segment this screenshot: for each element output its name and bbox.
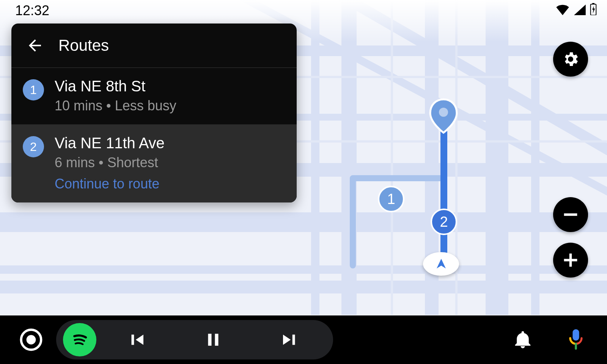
- minus-icon: [561, 205, 580, 224]
- notifications-button[interactable]: [508, 325, 538, 355]
- skip-previous-icon: [126, 329, 147, 350]
- cell-signal-icon: [573, 3, 586, 19]
- svg-rect-5: [569, 254, 572, 267]
- map-route-marker-1[interactable]: 1: [378, 186, 404, 212]
- svg-rect-2: [592, 3, 594, 5]
- media-pause-button[interactable]: [177, 320, 250, 359]
- battery-charging-icon: [590, 3, 597, 19]
- music-app-button[interactable]: [63, 323, 96, 356]
- svg-point-0: [439, 108, 448, 117]
- system-bottom-bar: [0, 315, 607, 364]
- map-route-marker-label: 2: [440, 214, 448, 230]
- current-location-marker: [423, 252, 459, 276]
- launcher-button[interactable]: [16, 325, 46, 355]
- voice-assistant-button[interactable]: [561, 325, 591, 355]
- route-item[interactable]: 2 Via NE 11th Ave 6 mins • Shortest Cont…: [11, 124, 297, 202]
- media-previous-button[interactable]: [100, 320, 173, 359]
- zoom-out-button[interactable]: [553, 197, 588, 232]
- skip-next-icon: [280, 329, 300, 350]
- plus-icon: [561, 250, 580, 270]
- status-bar: 12:32: [0, 0, 607, 21]
- map-route-marker-label: 1: [387, 191, 395, 207]
- media-next-button[interactable]: [253, 320, 326, 359]
- route-badge: 1: [23, 79, 44, 100]
- continue-to-route-link[interactable]: Continue to route: [55, 176, 165, 192]
- route-item-subtitle: 6 mins • Shortest: [55, 155, 165, 171]
- spotify-icon: [69, 329, 90, 350]
- route-item-title: Via NE 8th St: [55, 78, 176, 95]
- launcher-icon: [19, 328, 43, 351]
- svg-point-7: [27, 335, 36, 345]
- destination-pin: [429, 98, 458, 136]
- pause-icon: [203, 329, 223, 350]
- route-item[interactable]: 1 Via NE 8th St 10 mins • Less busy: [11, 68, 297, 124]
- svg-rect-10: [572, 329, 579, 340]
- media-control-pill: [56, 320, 333, 359]
- bell-icon: [513, 329, 533, 350]
- gear-icon: [561, 50, 580, 68]
- map-route-marker-2[interactable]: 2: [431, 209, 457, 235]
- svg-rect-9: [215, 334, 219, 346]
- routes-title: Routes: [58, 36, 109, 55]
- arrow-left-icon: [26, 36, 44, 55]
- routes-panel: Routes 1 Via NE 8th St 10 mins • Less bu…: [11, 24, 297, 202]
- back-button[interactable]: [24, 35, 46, 56]
- svg-rect-3: [564, 213, 577, 216]
- mic-icon: [566, 328, 586, 351]
- route-badge: 2: [23, 136, 44, 157]
- status-time: 12:32: [15, 3, 49, 19]
- svg-rect-8: [208, 334, 212, 346]
- settings-button[interactable]: [553, 42, 588, 77]
- zoom-in-button[interactable]: [553, 243, 588, 278]
- wifi-icon: [556, 3, 569, 19]
- route-item-subtitle: 10 mins • Less busy: [55, 98, 176, 114]
- route-item-title: Via NE 11th Ave: [55, 135, 165, 152]
